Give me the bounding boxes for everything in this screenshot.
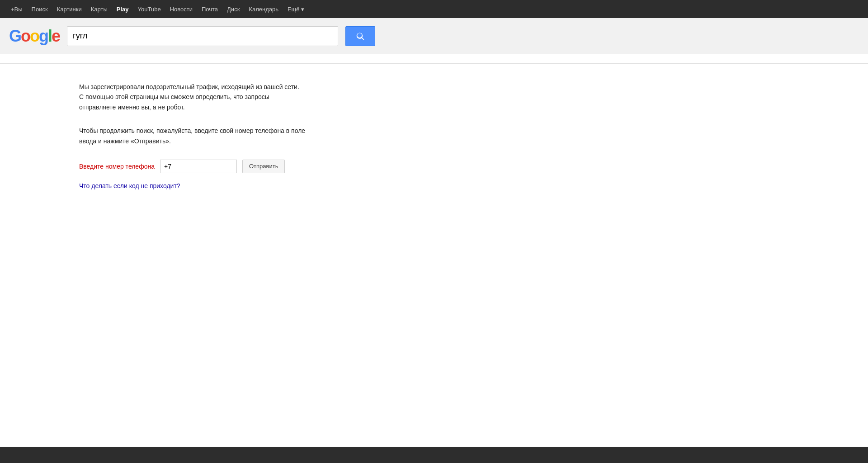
message-paragraph-1: Мы зарегистрировали подозрительный трафи… (79, 82, 407, 112)
phone-row: Введите номер телефона Отправить (79, 160, 407, 173)
top-navigation: +Вы Поиск Картинки Карты Play YouTube Но… (0, 0, 868, 18)
google-logo[interactable]: Google (9, 27, 60, 46)
main-content: Мы зарегистрировали подозрительный трафи… (0, 64, 407, 208)
phone-input[interactable] (160, 160, 237, 173)
submit-button[interactable]: Отправить (242, 160, 285, 173)
nav-calendar[interactable]: Календарь (245, 0, 282, 18)
logo-letter-g2: g (39, 27, 48, 45)
logo-letter-o1: o (21, 27, 30, 45)
logo-letter-l: l (48, 27, 52, 45)
nav-play[interactable]: Play (113, 0, 132, 18)
nav-youtube[interactable]: YouTube (134, 0, 165, 18)
nav-images[interactable]: Картинки (53, 0, 85, 18)
logo-letter-e: e (52, 27, 60, 45)
logo-letter-g: G (9, 27, 21, 45)
phone-label: Введите номер телефона (79, 163, 155, 170)
nav-maps[interactable]: Карты (87, 0, 111, 18)
message-paragraph-2: Чтобы продолжить поиск, пожалуйста, введ… (79, 126, 407, 146)
nav-news[interactable]: Новости (166, 0, 196, 18)
search-bar: Google (0, 18, 868, 54)
nav-disk[interactable]: Диск (223, 0, 243, 18)
help-link[interactable]: Что делать если код не приходит? (79, 182, 180, 189)
nav-search[interactable]: Поиск (28, 0, 52, 18)
search-input[interactable] (67, 26, 338, 46)
nav-more[interactable]: Ещё ▾ (284, 0, 308, 18)
nav-mail[interactable]: Почта (198, 0, 222, 18)
logo-letter-o2: o (30, 27, 39, 45)
search-icon (356, 32, 365, 41)
nav-plus-you[interactable]: +Вы (7, 0, 26, 18)
search-button[interactable] (345, 26, 375, 46)
